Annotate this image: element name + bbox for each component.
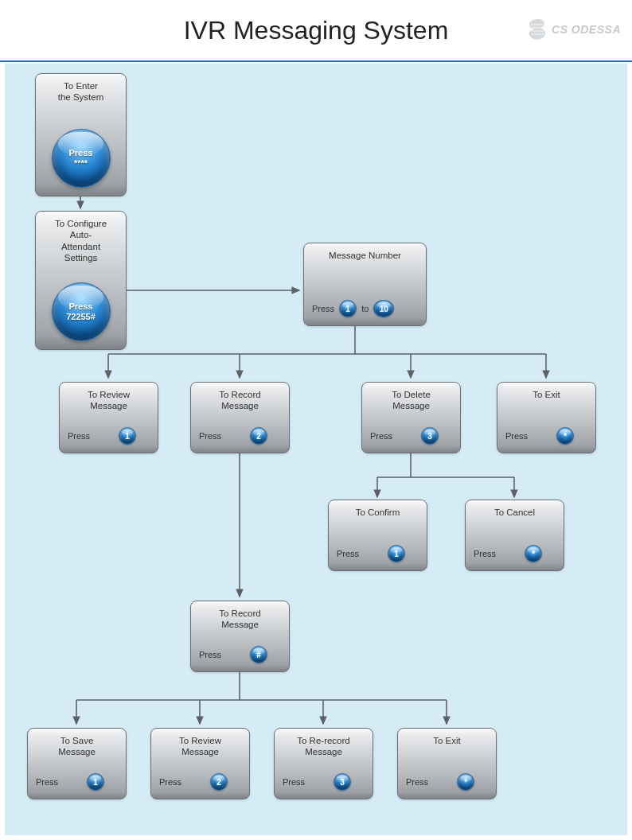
press-label: Press [68,431,90,441]
press-label: Press [337,549,359,558]
node-label: To ReviewMessage [151,729,249,758]
logo-swirl-icon [526,18,548,41]
node-cancel: To Cancel Press * [465,500,564,571]
keycap-icon[interactable]: 1 [87,773,104,791]
keycap-icon[interactable]: 10 [373,300,394,317]
press-label: Press [283,777,305,787]
keycap-icon[interactable]: * [457,773,474,791]
node-confirm: To Confirm Press 1 [328,500,427,571]
node-label: To Enterthe System [36,74,126,103]
node-label: To Confirm [329,500,427,518]
press-row: Press 1 [337,545,405,562]
press-row: Press 3 [283,773,351,791]
press-label: Press [312,304,334,313]
press-label: Press [474,549,496,558]
node-exit: To Exit Press * [497,382,596,453]
keycap-icon[interactable]: 1 [119,427,136,445]
logo-text: CS ODESSA [552,23,621,36]
node-review-message-2: To ReviewMessage Press 2 [150,728,250,799]
press-row: Press 2 [199,427,267,445]
node-label: To Exit [497,383,595,400]
node-label: To RecordMessage [191,383,289,412]
press-row: Press 3 [370,427,439,445]
press-row: Press * [406,773,474,791]
to-label: to [361,304,369,313]
node-label: To Re-recordMessage [275,729,373,758]
press-row: Press * [505,427,574,445]
node-label: To DeleteMessage [362,383,460,412]
node-label: To Cancel [466,500,564,518]
node-configure-attendant: To ConfigureAuto-AttendantSettings Press… [35,211,127,350]
keycap-icon[interactable]: 3 [334,773,351,791]
node-save-message: To SaveMessage Press 1 [27,728,127,799]
node-exit-2: To Exit Press * [397,728,497,799]
big-button-value: **** [74,158,88,169]
press-label: Press [199,650,221,659]
node-label: To ConfigureAuto-AttendantSettings [36,212,126,264]
node-message-number: Message Number Press 1 to 10 [303,243,427,326]
node-delete-message: To DeleteMessage Press 3 [361,382,461,453]
keycap-icon[interactable]: 1 [339,300,357,317]
press-label: Press [199,431,221,441]
node-rerecord-message: To Re-recordMessage Press 3 [274,728,373,799]
node-label: To ReviewMessage [60,383,158,412]
keycap-icon[interactable]: * [525,545,542,562]
diagram-canvas: To Enterthe System Press **** To Configu… [5,64,627,835]
node-record-message: To RecordMessage Press 2 [190,382,290,453]
press-row: Press # [199,646,267,663]
keycap-icon[interactable]: 3 [421,427,439,445]
node-label: To SaveMessage [28,729,126,758]
press-row: Press 1 to 10 [312,300,394,317]
press-row: Press 2 [159,773,228,791]
keycap-icon[interactable]: 2 [250,427,267,445]
node-label: To RecordMessage [191,601,289,631]
keypad-button[interactable]: Press 72255# [52,282,111,341]
big-button-label: Press [69,148,93,158]
press-row: Press 1 [36,773,104,791]
keycap-icon[interactable]: 2 [210,773,228,791]
press-row: Press * [474,545,542,562]
press-row: Press 1 [68,427,136,445]
press-label: Press [406,777,428,787]
node-label: Message Number [304,243,426,261]
header-divider [0,60,632,62]
press-label: Press [370,431,392,441]
press-label: Press [159,777,181,787]
big-button-value: 72255# [66,312,96,322]
big-button-label: Press [69,301,93,312]
press-label: Press [36,777,58,787]
keycap-icon[interactable]: # [250,646,267,663]
node-enter-system: To Enterthe System Press **** [35,73,127,196]
keycap-icon[interactable]: * [556,427,574,445]
node-record-message-hash: To RecordMessage Press # [190,601,290,672]
node-label: To Exit [398,729,496,746]
keycap-icon[interactable]: 1 [388,545,405,562]
keypad-button[interactable]: Press **** [52,129,111,188]
diagram-page: IVR Messaging System CS ODESSA [0,0,632,840]
brand-logo: CS ODESSA [526,18,621,41]
press-label: Press [505,431,528,441]
node-review-message: To ReviewMessage Press 1 [59,382,158,453]
